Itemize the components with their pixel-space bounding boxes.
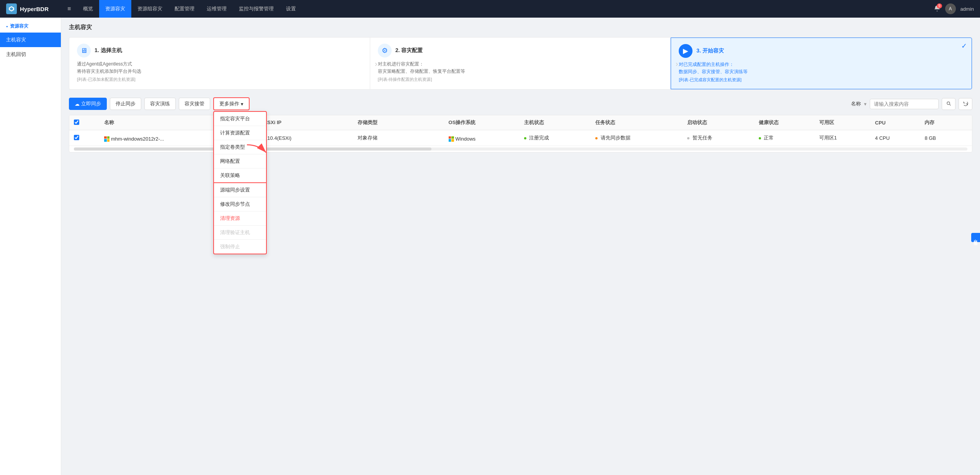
os-windows-icon xyxy=(449,136,454,142)
row-cpu-cell: 4 CPU xyxy=(871,130,920,146)
search-button[interactable] xyxy=(942,98,956,110)
host-name-text: mhm-windows2012r2-... xyxy=(111,136,164,142)
boot-status-dot xyxy=(687,137,689,139)
drill-button[interactable]: 容灾演练 xyxy=(144,98,176,110)
nav-item-ops[interactable]: 运维管理 xyxy=(201,0,233,18)
row-health-status-cell: 正常 xyxy=(754,130,815,146)
menu-item-specify-dr-platform[interactable]: 指定容灾平台 xyxy=(214,112,266,126)
more-actions-menu: 指定容灾平台 计算资源配置 指定卷类型 网络配置 关联策略 源端同步设置 修改同… xyxy=(213,111,267,254)
online-service-button[interactable]: 在线客服 xyxy=(971,233,980,242)
step-sub-2: [列表-待操作配置的主机资源] xyxy=(378,77,663,82)
search-input[interactable] xyxy=(870,99,939,109)
step-arrow-2: › xyxy=(676,59,678,68)
step-icon-2: ⚙ xyxy=(378,44,392,57)
health-status-dot xyxy=(759,137,761,139)
horizontal-scrollbar[interactable] xyxy=(74,147,967,151)
notification-bell[interactable]: 9 xyxy=(934,5,941,13)
nav-item-config[interactable]: 配置管理 xyxy=(168,0,201,18)
app-logo[interactable]: HyperBDR xyxy=(6,3,67,14)
topnav-items: 概览 资源容灾 资源组容灾 配置管理 运维管理 监控与报警管理 设置 xyxy=(77,0,933,18)
host-status-dot xyxy=(524,137,526,139)
step-card-3: ▶ 3. 开始容灾 对已完成配置的主机操作：数据同步、容灾接管、容灾演练等 [列… xyxy=(671,38,972,89)
more-actions-button[interactable]: 更多操作 ▾ xyxy=(213,97,250,110)
search-label: 名称 xyxy=(851,100,861,107)
step-desc-2: 对主机进行容灾配置：容灾策略配置、存储配置、恢复平台配置等 xyxy=(378,61,663,75)
col-checkbox xyxy=(69,115,100,130)
row-task-status-cell: 请先同步数据 xyxy=(591,130,683,146)
col-task-status[interactable]: 任务状态 xyxy=(591,115,683,130)
row-checkbox-cell[interactable] xyxy=(69,130,100,146)
menu-item-specify-volume-type[interactable]: 指定卷类型 xyxy=(214,140,266,154)
sidebar-item-host-dr[interactable]: 主机容灾 xyxy=(0,33,61,47)
select-all-checkbox[interactable] xyxy=(74,120,79,125)
step-card-2: ⚙ 2. 容灾配置 对主机进行容灾配置：容灾策略配置、存储配置、恢复平台配置等 … xyxy=(370,38,671,89)
col-spacer xyxy=(413,115,444,130)
col-storage[interactable]: 存储类型 xyxy=(353,115,413,130)
step-card-1: 🖥 1. 选择主机 通过Agent或Agentless方式将待容灾主机添加到平台… xyxy=(69,38,370,89)
col-extra xyxy=(963,115,972,130)
main-content: 主机容灾 🖥 1. 选择主机 通过Agent或Agentless方式将待容灾主机… xyxy=(61,18,980,475)
nav-item-overview[interactable]: 概览 xyxy=(77,0,99,18)
main-layout: ▪ 资源容灾 主机容灾 主机回切 主机容灾 🖥 1. 选择主机 通过Agent或… xyxy=(0,18,980,475)
menu-item-associate-policy[interactable]: 关联策略 xyxy=(214,169,266,182)
col-host-status[interactable]: 主机状态 xyxy=(519,115,591,130)
scrollbar-row xyxy=(69,146,972,152)
sidebar-section-title: ▪ 资源容灾 xyxy=(0,18,61,33)
row-boot-status-cell: 暂无任务 xyxy=(683,130,754,146)
menu-item-network-config[interactable]: 网络配置 xyxy=(214,154,266,169)
row-extra-cell xyxy=(963,130,972,146)
sync-now-button[interactable]: ☁ 立即同步 xyxy=(69,98,107,110)
topnav-right: 9 A admin xyxy=(934,3,974,14)
step-arrow-1: › xyxy=(375,59,377,68)
step-desc-3: 对已完成配置的主机操作：数据同步、容灾接管、容灾演练等 xyxy=(679,61,964,75)
logo-icon xyxy=(6,3,17,14)
row-zone-cell: 可用区1 xyxy=(815,130,871,146)
menu-item-force-stop: 强制停止 xyxy=(214,240,266,254)
sidebar: ▪ 资源容灾 主机容灾 主机回切 xyxy=(0,18,61,475)
row-memory-cell: 8 GB xyxy=(920,130,963,146)
notification-count: 9 xyxy=(937,3,942,8)
menu-item-source-sync-settings[interactable]: 源端同步设置 xyxy=(214,183,266,197)
table: 名称 主机IP/ESXi IP 存储类型 OS操作系统 主机状态 任务状态 启动… xyxy=(69,115,972,152)
col-health-status[interactable]: 健康状态 xyxy=(754,115,815,130)
col-boot-status[interactable]: 启动状态 xyxy=(683,115,754,130)
col-memory[interactable]: 内存 xyxy=(920,115,963,130)
chevron-down-icon: ▾ xyxy=(241,101,243,107)
takeover-button[interactable]: 容灾接管 xyxy=(179,98,210,110)
refresh-button[interactable] xyxy=(959,98,972,110)
menu-item-clean-verify-host: 清理验证主机 xyxy=(214,226,266,240)
windows-logo-icon xyxy=(104,136,109,142)
menu-item-modify-sync-node[interactable]: 修改同步节点 xyxy=(214,197,266,211)
nav-item-disaster-recovery[interactable]: 资源容灾 xyxy=(99,0,131,18)
step-icon-1: 🖥 xyxy=(77,44,91,57)
nav-item-settings[interactable]: 设置 xyxy=(280,0,302,18)
step-title-1: 1. 选择主机 xyxy=(95,47,122,54)
menu-item-clean-resources[interactable]: 清理资源 xyxy=(214,211,266,226)
row-checkbox[interactable] xyxy=(74,135,79,140)
table-row: mhm-windows2012r2-... 192.168.10.4(ESXi)… xyxy=(69,130,972,146)
menu-item-compute-config[interactable]: 计算资源配置 xyxy=(214,126,266,140)
step-icon-3: ▶ xyxy=(679,44,693,58)
row-os-cell: Windows xyxy=(444,130,519,146)
toolbar: ☁ 立即同步 停止同步 容灾演练 容灾接管 更多操作 ▾ xyxy=(69,97,972,110)
col-cpu[interactable]: CPU xyxy=(871,115,920,130)
col-os[interactable]: OS操作系统 xyxy=(444,115,519,130)
sidebar-item-host-failback[interactable]: 主机回切 xyxy=(0,47,61,62)
chevron-down-icon-search[interactable]: ▾ xyxy=(864,101,867,107)
row-storage-cell: 对象存储 xyxy=(353,130,413,146)
nav-item-monitor[interactable]: 监控与报警管理 xyxy=(233,0,280,18)
step-desc-1: 通过Agent或Agentless方式将待容灾主机添加到平台并勾选 xyxy=(77,61,362,75)
host-name: mhm-windows2012r2-... xyxy=(104,136,164,142)
step-cards: 🖥 1. 选择主机 通过Agent或Agentless方式将待容灾主机添加到平台… xyxy=(69,37,972,90)
nav-item-resource-group[interactable]: 资源组容灾 xyxy=(131,0,168,18)
stop-sync-button[interactable]: 停止同步 xyxy=(110,98,141,110)
page-title: 主机容灾 xyxy=(69,24,972,31)
more-actions-dropdown: 更多操作 ▾ 指定容灾平台 计算资源配置 指定卷类型 网络配置 关联策略 源端同… xyxy=(213,97,250,110)
menu-toggle-icon[interactable]: ≡ xyxy=(67,5,71,12)
username[interactable]: admin xyxy=(960,6,974,12)
toolbar-right: 名称 ▾ xyxy=(851,98,972,110)
avatar[interactable]: A xyxy=(945,3,956,14)
col-zone[interactable]: 可用区 xyxy=(815,115,871,130)
row-spacer-cell xyxy=(413,130,444,146)
row-host-status-cell: 注册完成 xyxy=(519,130,591,146)
